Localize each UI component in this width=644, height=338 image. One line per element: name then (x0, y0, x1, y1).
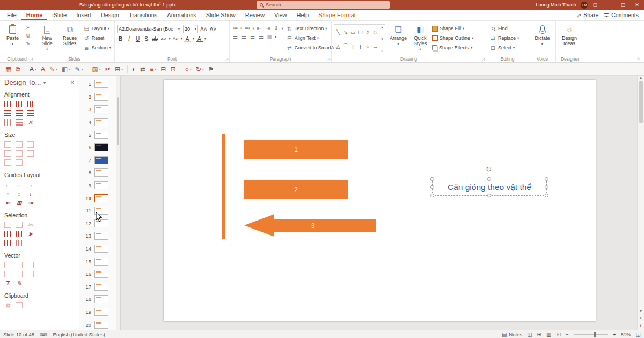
replace-button[interactable]: ⇄Replace▾ (488, 34, 520, 42)
align-center-objects-icon[interactable] (16, 101, 23, 107)
change-case-button[interactable]: Aa (172, 35, 179, 42)
shrink-font-button[interactable]: A˅ (209, 25, 217, 33)
slide-thumbnail-9[interactable]: 9 (79, 179, 120, 192)
tab-review[interactable]: Review (240, 10, 269, 20)
islide-table-icon[interactable]: ⊞▾ (113, 64, 125, 75)
guide-right-icon[interactable]: → (27, 181, 34, 188)
slide-thumbnail-8[interactable]: 8 (79, 166, 120, 179)
quick-styles-button[interactable]: ◧ Quick Styles▾ (411, 23, 429, 55)
thumbnail-preview[interactable] (94, 245, 108, 253)
select-group-icon[interactable] (4, 240, 11, 246)
slide-thumbnail-2[interactable]: 2 (79, 91, 120, 104)
thumbnail-preview[interactable] (94, 168, 108, 177)
islide-swap-icon[interactable]: ⇄ (138, 64, 148, 75)
slide-thumbnail-19[interactable]: 19 (79, 306, 120, 319)
square-shape-icon[interactable]: ▢ (358, 29, 363, 35)
islide-home-icon[interactable]: ▦ (3, 64, 13, 75)
slide-thumbnail-10[interactable]: 10 (79, 192, 120, 204)
guide-left-icon[interactable]: ← (4, 181, 11, 188)
vector-fragment-icon[interactable] (27, 262, 34, 268)
guide-vertical-icon[interactable]: ↕ (16, 190, 23, 197)
resize-handle-s[interactable] (487, 194, 491, 197)
tab-home[interactable]: Home (21, 10, 48, 20)
vertical-bar-shape[interactable] (222, 134, 225, 239)
strikethrough-button[interactable]: ab (151, 35, 158, 42)
vector-union-icon[interactable] (4, 262, 11, 268)
slide-thumbnail-3[interactable]: 3 (79, 103, 120, 116)
shape-outline-button[interactable]: Shape Outline▾ (431, 34, 474, 42)
vector-text-icon[interactable]: T (4, 280, 11, 286)
islide-draw-pen-icon[interactable]: ✎▾ (47, 64, 60, 75)
scrollbar-thumb[interactable] (639, 81, 643, 123)
italic-button[interactable]: I (126, 35, 133, 42)
font-color-button[interactable]: A (196, 35, 203, 42)
islide-library-icon[interactable]: ⧉ (13, 64, 23, 75)
thumbnail-preview[interactable] (94, 105, 108, 113)
thumbnail-preview[interactable] (94, 258, 108, 266)
previous-slide-icon[interactable]: ⇞ (639, 316, 642, 320)
thumbnail-preview[interactable] (94, 156, 108, 164)
left-arrow-shape[interactable]: 3 (244, 214, 376, 237)
same-width-icon[interactable] (4, 141, 11, 148)
islide-contrast-icon[interactable]: ◐ (130, 64, 138, 75)
slide-thumbnail-17[interactable]: 17 (79, 281, 120, 293)
user-avatar[interactable]: LM (581, 2, 588, 9)
bold-button[interactable]: B (117, 35, 124, 42)
shapes-gallery-scrollbar[interactable]: ▲ ▼ ≡ (379, 25, 385, 54)
islide-list-icon[interactable]: ≡▾ (148, 64, 158, 75)
font-dialog-launcher[interactable]: ◿ (225, 57, 228, 62)
distribute-vertical-icon[interactable] (16, 119, 23, 126)
same-size-icon[interactable] (27, 141, 34, 148)
collapse-ribbon-icon[interactable]: ˄ (637, 56, 640, 61)
normal-view-icon[interactable]: ◫ (527, 332, 532, 337)
scale-down-icon[interactable] (16, 159, 23, 166)
tab-file[interactable]: File (2, 10, 21, 20)
share-button[interactable]: ⇗Share (576, 12, 598, 18)
notes-button[interactable]: ▤Notes (502, 332, 522, 337)
stretch-height-icon[interactable] (16, 150, 23, 157)
slide-thumbnail-4[interactable]: 4 (79, 116, 120, 129)
thumbnail-preview[interactable] (94, 181, 108, 189)
close-button[interactable]: ✕ (630, 0, 644, 10)
tab-animations[interactable]: Animations (162, 10, 201, 20)
align-middle-objects-icon[interactable] (16, 110, 23, 116)
vector-edit-points-icon[interactable] (27, 271, 34, 277)
rectangle-shape-2[interactable]: 2 (244, 180, 348, 199)
select-same-type-icon[interactable] (16, 231, 23, 237)
arrow-shape-icon[interactable]: ↘ (343, 29, 348, 35)
star-shape-icon[interactable]: ☆ (365, 43, 370, 49)
reading-view-icon[interactable]: ▥ (546, 332, 551, 337)
thumbnail-preview[interactable] (94, 283, 108, 291)
stretch-width-icon[interactable] (4, 150, 11, 157)
slide-editing-area[interactable]: 1 2 3 Căn gióng theo vật thể ↻ (164, 80, 596, 321)
thumbnail-preview[interactable] (94, 270, 108, 278)
panel-close-icon[interactable]: ✕ (70, 79, 75, 85)
slide-thumbnail-13[interactable]: 13 (79, 230, 120, 243)
font-name-input[interactable] (119, 26, 177, 32)
align-left-objects-icon[interactable] (4, 101, 11, 107)
islide-split-icon[interactable]: ⊟ (158, 64, 168, 75)
decrease-indent-icon[interactable]: ⇤ (256, 25, 263, 32)
left-brace-shape-icon[interactable]: { (352, 43, 354, 49)
zoom-in-icon[interactable]: + (613, 332, 616, 337)
text-shadow-button[interactable]: S (143, 35, 150, 42)
select-same-size-icon[interactable] (4, 231, 11, 237)
vector-intersect-icon[interactable] (4, 271, 11, 277)
slideshow-view-icon[interactable]: ⊡ (556, 332, 560, 337)
same-height-icon[interactable] (16, 141, 23, 148)
dictate-button[interactable]: Dictate▾ (531, 23, 553, 55)
guide-down-icon[interactable]: ↓ (27, 190, 34, 197)
justify-icon[interactable]: ☰ (258, 33, 265, 40)
text-box-content[interactable]: Căn gióng theo vật thể (448, 182, 531, 192)
vector-combine-icon[interactable] (16, 262, 23, 268)
islide-gradient-icon[interactable]: ▧▾ (90, 64, 103, 75)
tab-design[interactable]: Design (96, 10, 124, 20)
zoom-slider-thumb[interactable] (594, 332, 596, 337)
format-painter-icon[interactable]: ✎ (25, 40, 32, 47)
gallery-down-icon[interactable]: ▼ (380, 38, 384, 41)
islide-shape-icon[interactable]: ○▾ (182, 64, 193, 75)
gallery-up-icon[interactable]: ▲ (380, 26, 384, 29)
panel-paste-icon[interactable] (16, 302, 23, 308)
drawing-dialog-launcher[interactable]: ◿ (482, 57, 485, 62)
tab-view[interactable]: View (269, 10, 292, 20)
